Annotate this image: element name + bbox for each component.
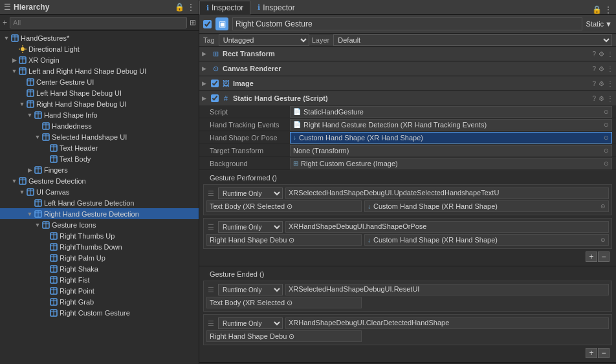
inspector-lock-icon[interactable]: 🔒 [592, 5, 602, 14]
object-icon: ▣ [215, 17, 228, 30]
hand-shape-select-btn[interactable]: ⊙ [604, 134, 609, 141]
tree-item-right-hand-gesture[interactable]: Right Hand Gesture Detection [0, 208, 199, 219]
hierarchy-menu-icon[interactable]: ☰ [4, 3, 11, 12]
static-hand-gesture-checkbox[interactable] [211, 94, 219, 102]
event-1-value: ↓ Custom Hand Shape (XR Hand Shape) ⊙ [364, 200, 609, 212]
tree-arrow-right-hand-gesture[interactable] [26, 210, 34, 218]
tree-item-center-gesture[interactable]: Center Gesture UI [0, 76, 199, 87]
tree-label-right-point: Right Point [60, 287, 199, 295]
tree-icon-left-hand-gesture [34, 198, 43, 208]
tab-inspector-2[interactable]: ℹ Inspector [250, 0, 302, 14]
tree-arrow-fingers[interactable] [26, 166, 34, 174]
tree-item-right-custom-gesture[interactable]: Right Custom Gesture [0, 307, 199, 318]
event-1-obj: Text Body (XR Selected ⊙ [206, 200, 362, 212]
rect-transform-help[interactable]: ? [592, 50, 596, 58]
static-hand-gesture-settings[interactable]: ⚙ [599, 95, 604, 102]
static-dropdown[interactable]: Static ▼ [586, 20, 612, 28]
hierarchy-more-icon[interactable]: ⋮ [187, 3, 195, 12]
canvas-renderer-help[interactable]: ? [592, 65, 596, 72]
component-canvas-renderer-header[interactable]: ▶ ⊙ Canvas Renderer ? ⚙ ⋮ [199, 61, 616, 76]
static-hand-gesture-help[interactable]: ? [592, 95, 596, 102]
inspector-more-icon[interactable]: ⋮ [604, 5, 612, 14]
static-hand-gesture-dots[interactable]: ⋮ [607, 95, 613, 102]
tree-item-text-body[interactable]: Text Body [0, 153, 199, 164]
canvas-renderer-dots[interactable]: ⋮ [607, 65, 613, 72]
image-checkbox[interactable] [211, 80, 219, 87]
hierarchy-filter-icon[interactable]: ⊞ [190, 18, 196, 27]
tree-item-fingers[interactable]: Fingers [0, 164, 199, 175]
tree-arrow-ui-canvas[interactable] [18, 188, 26, 196]
canvas-renderer-settings[interactable]: ⚙ [599, 65, 604, 72]
gesture-performed-add-btn[interactable]: + [586, 252, 597, 262]
tree-label-left-debug: Left Hand Shape Debug UI [36, 89, 199, 97]
image-settings[interactable]: ⚙ [599, 80, 604, 87]
event-2-handle: ☰ [206, 223, 215, 231]
gesture-performed-section: Gesture Performed () ☰ Runtime Only XRSe… [199, 170, 616, 266]
tag-dropdown[interactable]: Untagged [219, 34, 309, 46]
gesture-ended-event-2-runtime[interactable]: Runtime Only [218, 317, 283, 329]
tree-item-xr-origin[interactable]: XR Origin [0, 54, 199, 65]
tree-item-right-thumbs-up[interactable]: Right Thumbs Up [0, 230, 199, 241]
tree-item-left-right-debug[interactable]: Left and Right Hand Shape Debug UI [0, 65, 199, 76]
tab-inspector-1[interactable]: ℹ Inspector [199, 1, 250, 15]
tree-item-right-thumbs-down[interactable]: RightThumbs Down [0, 241, 199, 252]
image-dots[interactable]: ⋮ [607, 80, 613, 87]
static-label: Static [586, 20, 604, 28]
tree-icon-hand-shape-info [34, 111, 43, 120]
tree-item-text-header[interactable]: Text Header [0, 142, 199, 153]
tree-item-right-shaka[interactable]: Right Shaka [0, 263, 199, 274]
tree-item-left-hand-gesture[interactable]: Left Hand Gesture Detection [0, 197, 199, 208]
tree-item-gesture-icons[interactable]: Gesture Icons [0, 219, 199, 230]
tree-item-gesture-detection[interactable]: Gesture Detection [0, 175, 199, 186]
component-rect-transform-header[interactable]: ▶ ⊞ Rect Transform ? ⚙ ⋮ [199, 47, 616, 61]
background-select-btn[interactable]: ⊙ [604, 160, 609, 167]
tree-arrow-selected-handshape-ui[interactable] [34, 133, 41, 141]
gesture-ended-section: Gesture Ended () ☰ Runtime Only XRSelect… [199, 266, 616, 363]
event-2-runtime-dropdown[interactable]: Runtime Only [218, 221, 283, 233]
hierarchy-search-input[interactable] [10, 17, 187, 28]
tree-item-left-debug[interactable]: Left Hand Shape Debug UI [0, 87, 199, 98]
tree-item-right-fist[interactable]: Right Fist [0, 274, 199, 285]
tree-item-handedness[interactable]: Handedness [0, 120, 199, 131]
tree-label-right-grab: Right Grab [60, 298, 199, 306]
tree-item-right-debug[interactable]: Right Hand Shape Debug UI [0, 98, 199, 109]
tree-item-hand-gestures[interactable]: HandGestures* [0, 32, 199, 43]
object-active-checkbox[interactable] [203, 20, 212, 28]
tree-arrow-right-debug[interactable] [18, 100, 26, 108]
object-name-input[interactable] [232, 17, 582, 30]
tab-label-1: Inspector [212, 3, 243, 12]
tree-item-directional-light[interactable]: Directional Light [0, 43, 199, 54]
gesture-performed-remove-btn[interactable]: − [598, 252, 610, 262]
field-background-value: ⊞ Right Custom Gesture (Image) ⊙ [290, 158, 612, 169]
tree-item-right-grab[interactable]: Right Grab [0, 296, 199, 307]
tree-arrow-gesture-detection[interactable] [10, 177, 18, 185]
rect-transform-dots[interactable]: ⋮ [607, 50, 613, 58]
hierarchy-lock-icon[interactable]: 🔒 [175, 3, 184, 12]
gesture-ended-event-1-runtime[interactable]: Runtime Only [218, 284, 283, 295]
gesture-ended-add-btn[interactable]: + [586, 348, 597, 358]
tree-arrow-left-right-debug[interactable] [10, 67, 18, 75]
gesture-ended-remove-btn[interactable]: − [598, 348, 610, 358]
tree-item-selected-handshape-ui[interactable]: Selected Handshape UI [0, 131, 199, 142]
tree-label-handedness: Handedness [52, 122, 199, 130]
inspector-tab-bar: ℹ Inspector ℹ Inspector 🔒 ⋮ [199, 0, 616, 15]
tree-arrow-xr-origin[interactable] [10, 56, 18, 64]
component-static-hand-gesture-header[interactable]: ▶ # Static Hand Gesture (Script) ? ⚙ ⋮ [199, 91, 616, 105]
image-help[interactable]: ? [592, 80, 596, 87]
tree-item-right-palm-up[interactable]: Right Palm Up [0, 252, 199, 263]
hierarchy-add-icon[interactable]: + [3, 18, 7, 27]
rect-transform-settings[interactable]: ⚙ [599, 50, 604, 58]
event-2-obj-text: Right Hand Shape Debu ⊙ [210, 236, 294, 244]
layer-dropdown[interactable]: Default [333, 34, 612, 46]
hand-tracking-select-btn[interactable]: ⊙ [604, 122, 609, 128]
tree-item-hand-shape-info[interactable]: Hand Shape Info [0, 109, 199, 120]
target-transform-select-btn[interactable]: ⊙ [604, 147, 609, 154]
tree-arrow-gesture-icons[interactable] [34, 221, 41, 229]
component-image-header[interactable]: ▶ 🖼 Image ? ⚙ ⋮ [199, 76, 616, 91]
tree-arrow-hand-gestures[interactable] [3, 34, 10, 42]
tree-item-ui-canvas[interactable]: UI Canvas [0, 186, 199, 197]
tree-arrow-hand-shape-info[interactable] [26, 111, 34, 119]
event-1-runtime-dropdown[interactable]: Runtime Only [218, 187, 283, 199]
tree-item-right-point[interactable]: Right Point [0, 285, 199, 296]
script-select-btn[interactable]: ⊙ [604, 109, 609, 115]
